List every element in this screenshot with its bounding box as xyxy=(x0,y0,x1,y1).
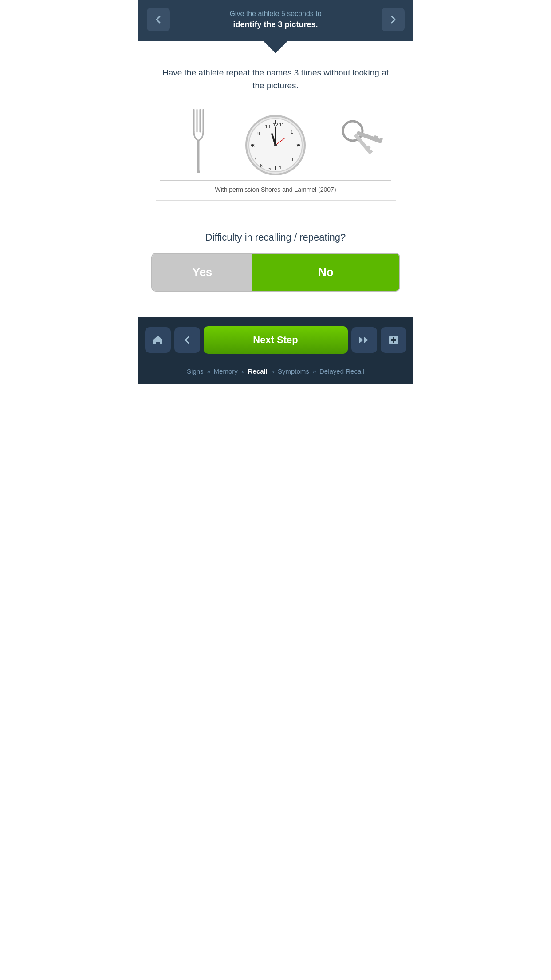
svg-text:4: 4 xyxy=(279,165,281,170)
keys-item xyxy=(314,119,391,181)
bottom-bar: Next Step xyxy=(138,317,413,361)
svg-text:8: 8 xyxy=(252,143,255,148)
fork-image xyxy=(187,105,209,176)
svg-point-27 xyxy=(274,144,277,146)
breadcrumb-recall: Recall xyxy=(248,368,268,375)
svg-text:7: 7 xyxy=(254,156,256,161)
yes-no-toggle: Yes No xyxy=(151,253,400,292)
svg-text:6: 6 xyxy=(260,163,263,168)
back-bottom-button[interactable] xyxy=(174,327,200,353)
forward-button[interactable] xyxy=(382,8,405,31)
home-button[interactable] xyxy=(145,327,171,353)
permission-text: With permission Shores and Lammel (2007) xyxy=(156,186,396,201)
yes-button[interactable]: Yes xyxy=(152,254,253,291)
instruction-text: Have the athlete repeat the names 3 time… xyxy=(156,67,396,92)
sep1: » xyxy=(207,368,213,375)
svg-text:10: 10 xyxy=(265,124,270,129)
header-arrow xyxy=(263,41,288,53)
sep4: » xyxy=(312,368,316,375)
breadcrumb-memory: Memory xyxy=(214,368,238,375)
header-title: identify the 3 pictures. xyxy=(174,19,377,30)
fast-forward-button[interactable] xyxy=(351,327,377,353)
breadcrumb-bar: Signs » Memory » Recall » Symptoms » Del… xyxy=(138,361,413,384)
keys-image xyxy=(317,119,388,176)
breadcrumb-symptoms: Symptoms xyxy=(278,368,309,375)
medical-button[interactable] xyxy=(381,327,406,353)
sep3: » xyxy=(271,368,276,375)
svg-text:9: 9 xyxy=(257,131,260,136)
breadcrumb-signs: Signs xyxy=(187,368,204,375)
svg-rect-37 xyxy=(391,339,396,341)
back-button[interactable] xyxy=(147,8,170,31)
fork-item xyxy=(160,105,237,181)
next-step-button[interactable]: Next Step xyxy=(204,326,348,354)
no-button[interactable]: No xyxy=(252,254,399,291)
bottom-arrow-container xyxy=(138,305,413,317)
main-content: Have the athlete repeat the names 3 time… xyxy=(138,53,413,209)
header-text: Give the athlete 5 seconds to identify t… xyxy=(170,9,382,30)
svg-point-5 xyxy=(197,170,200,173)
svg-text:2: 2 xyxy=(296,143,299,148)
svg-text:3: 3 xyxy=(291,157,293,162)
difficulty-question: Difficulty in recalling / repeating? xyxy=(151,232,400,243)
breadcrumb-delayed-recall: Delayed Recall xyxy=(319,368,364,375)
svg-text:11: 11 xyxy=(279,122,284,127)
header-subtitle: Give the athlete 5 seconds to xyxy=(174,9,377,19)
svg-text:5: 5 xyxy=(268,166,271,171)
clock-image: 12 1 2 3 4 5 6 7 8 9 10 11 xyxy=(244,114,307,176)
clock-item: 12 1 2 3 4 5 6 7 8 9 10 11 xyxy=(237,114,314,181)
difficulty-section: Difficulty in recalling / repeating? Yes… xyxy=(138,209,413,305)
header: Give the athlete 5 seconds to identify t… xyxy=(138,0,413,41)
bottom-arrow xyxy=(263,305,288,317)
svg-text:1: 1 xyxy=(291,130,293,134)
sep2: » xyxy=(241,368,247,375)
images-row: 12 1 2 3 4 5 6 7 8 9 10 11 xyxy=(156,105,396,181)
svg-text:12: 12 xyxy=(273,122,278,127)
